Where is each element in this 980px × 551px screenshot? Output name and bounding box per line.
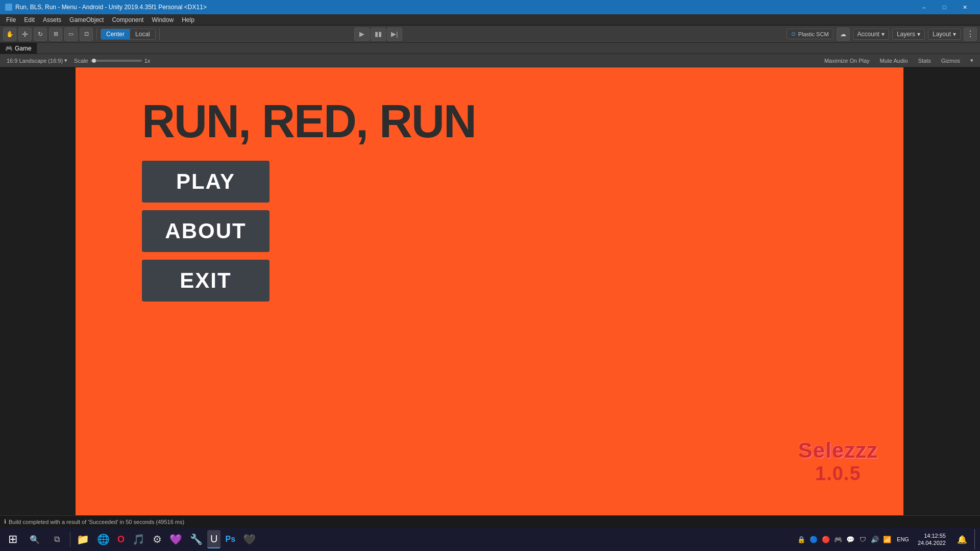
menu-component[interactable]: Component — [108, 15, 148, 24]
tool-move[interactable]: ✛ — [18, 28, 32, 41]
menu-bar: File Edit Assets GameObject Component Wi… — [0, 14, 980, 26]
tray-icon-6[interactable]: 🛡 — [857, 534, 868, 544]
tray-icon-3[interactable]: 🔴 — [821, 534, 831, 544]
tool-scale[interactable]: ⊞ — [49, 28, 62, 41]
tray-icon-wifi[interactable]: 📶 — [882, 534, 892, 544]
start-button[interactable]: ⊞ — [3, 529, 23, 549]
taskbar-opera[interactable]: O — [114, 530, 128, 548]
search-button[interactable]: 🔍 — [24, 529, 45, 549]
taskbar-clock[interactable]: 14:12:55 24.04.2022 — [914, 532, 950, 547]
tray-icon-7[interactable]: 🔊 — [870, 534, 880, 544]
layers-dropdown[interactable]: Layers ▾ — [892, 29, 925, 40]
layers-label: Layers — [897, 31, 915, 38]
unity-taskbar-icon: U — [210, 533, 217, 545]
app4-icon: 🎵 — [132, 533, 145, 545]
taskbar-browser[interactable]: 🌐 — [94, 530, 113, 548]
title-bar: Run, BLS, Run - Menu - Android - Unity 2… — [0, 0, 980, 14]
opera-icon: O — [117, 534, 125, 545]
scale-slider[interactable] — [91, 60, 142, 62]
brand-name: Selezzz — [798, 438, 878, 463]
plastic-scm-icon: ⊙ — [791, 31, 796, 37]
tool-hand[interactable]: ✋ — [3, 28, 16, 41]
toolbar-more[interactable]: ⋮ — [964, 28, 977, 41]
play-button[interactable]: ▶ — [354, 28, 370, 41]
language-indicator[interactable]: ENG — [894, 536, 912, 542]
game-options-bar: 16:9 Landscape (16:9) ▾ Scale 1x Maximiz… — [0, 54, 980, 67]
mute-audio[interactable]: Mute Audio — [877, 57, 911, 65]
tray-icon-5[interactable]: 💬 — [845, 534, 855, 544]
taskbar-right: 🔒 🔵 🔴 🎮 💬 🛡 🔊 📶 ENG 14:12:55 24.04.2022 … — [796, 529, 977, 549]
scale-container: Scale 1x — [74, 58, 150, 64]
play-game-button[interactable]: PLAY — [142, 161, 270, 203]
taskbar-unity[interactable]: U — [207, 530, 220, 548]
toolbar-right: ⊙ Plastic SCM ☁ Account ▾ Layers ▾ Layou… — [787, 28, 977, 41]
app9-icon: 🖤 — [243, 533, 256, 545]
version-label: 1.0.5 — [798, 463, 878, 485]
game-tab[interactable]: 🎮 Game — [0, 43, 37, 54]
pivot-center[interactable]: Center — [101, 29, 130, 39]
taskbar-app7[interactable]: 🔧 — [187, 530, 206, 548]
menu-edit[interactable]: Edit — [20, 15, 39, 24]
layout-dropdown[interactable]: Layout ▾ — [928, 29, 961, 40]
tray-icon-4[interactable]: 🎮 — [833, 534, 843, 544]
taskbar-unity2[interactable]: ⚙ — [150, 530, 165, 548]
account-chevron: ▾ — [881, 31, 885, 38]
maximize-on-play[interactable]: Maximize On Play — [822, 57, 872, 65]
pivot-group: Center Local — [101, 29, 156, 40]
window-title: Run, BLS, Run - Menu - Android - Unity 2… — [15, 4, 207, 11]
tool-rect[interactable]: ▭ — [64, 28, 78, 41]
pause-button[interactable]: ▮▮ — [371, 28, 386, 41]
toolbar: ✋ ✛ ↻ ⊞ ▭ ⊡ Center Local ▶ ▮▮ ▶| ⊙ Plast… — [0, 26, 980, 43]
cloud-button[interactable]: ☁ — [837, 28, 850, 41]
play-game-label: PLAY — [176, 169, 235, 194]
clock-date: 24.04.2022 — [918, 539, 946, 546]
stats[interactable]: Stats — [916, 57, 934, 65]
notification-button[interactable]: 🔔 — [952, 529, 972, 549]
aspect-ratio-dropdown[interactable]: 16:9 Landscape (16:9) ▾ — [4, 56, 70, 65]
plastic-scm-button[interactable]: ⊙ Plastic SCM — [787, 29, 834, 39]
scale-value: 1x — [144, 58, 151, 64]
game-tab-label: Game — [15, 45, 32, 52]
pivot-local[interactable]: Local — [130, 29, 155, 39]
show-desktop-button[interactable] — [974, 529, 977, 549]
about-button[interactable]: ABOUT — [142, 210, 270, 252]
tray-icon-1[interactable]: 🔒 — [796, 534, 806, 544]
menu-file[interactable]: File — [2, 15, 20, 24]
menu-gameobject[interactable]: GameObject — [65, 15, 108, 24]
status-message: Build completed with a result of 'Succee… — [9, 519, 184, 525]
gizmos[interactable]: Gizmos — [939, 57, 963, 65]
close-button[interactable]: ✕ — [954, 0, 975, 14]
tool-transform[interactable]: ⊡ — [80, 28, 93, 41]
taskbar-explorer[interactable]: 📁 — [74, 530, 92, 548]
unity2-icon: ⚙ — [153, 533, 162, 545]
taskbar-app9[interactable]: 🖤 — [240, 530, 259, 548]
tray-icon-2[interactable]: 🔵 — [808, 534, 819, 544]
play-controls: ▶ ▮▮ ▶| — [354, 28, 402, 41]
taskbar-app4[interactable]: 🎵 — [129, 530, 148, 548]
scale-label: Scale — [74, 58, 88, 64]
taskbar-separator — [70, 532, 70, 547]
dev-logo: Selezzz 1.0.5 — [798, 438, 878, 485]
options-right: Maximize On Play Mute Audio Stats Gizmos… — [822, 56, 976, 65]
game-container: 🎮 Game 16:9 Landscape (16:9) ▾ Scale 1x … — [0, 43, 980, 515]
account-dropdown[interactable]: Account ▾ — [853, 29, 889, 40]
browser-icon: 🌐 — [97, 533, 110, 545]
about-label: ABOUT — [165, 219, 246, 243]
exit-button[interactable]: EXIT — [142, 260, 270, 302]
taskbar: ⊞ 🔍 ⧉ 📁 🌐 O 🎵 ⚙ 💜 🔧 U Ps 🖤 🔒 🔵 🔴 🎮 💬 🛡 🔊 — [0, 528, 980, 551]
separator-2 — [159, 28, 160, 40]
menu-assets[interactable]: Assets — [39, 15, 65, 24]
explorer-icon: 📁 — [77, 533, 89, 545]
clock-time: 14:12:55 — [918, 532, 946, 539]
window-controls: – □ ✕ — [914, 0, 975, 14]
layout-chevron: ▾ — [953, 31, 956, 38]
taskbar-app6[interactable]: 💜 — [166, 530, 185, 548]
maximize-button[interactable]: □ — [934, 0, 954, 14]
menu-window[interactable]: Window — [148, 15, 178, 24]
tool-rotate[interactable]: ↻ — [34, 28, 47, 41]
taskbar-ps[interactable]: Ps — [222, 530, 238, 548]
minimize-button[interactable]: – — [914, 0, 934, 14]
step-button[interactable]: ▶| — [387, 28, 402, 41]
menu-help[interactable]: Help — [178, 15, 199, 24]
task-view[interactable]: ⧉ — [46, 529, 67, 549]
